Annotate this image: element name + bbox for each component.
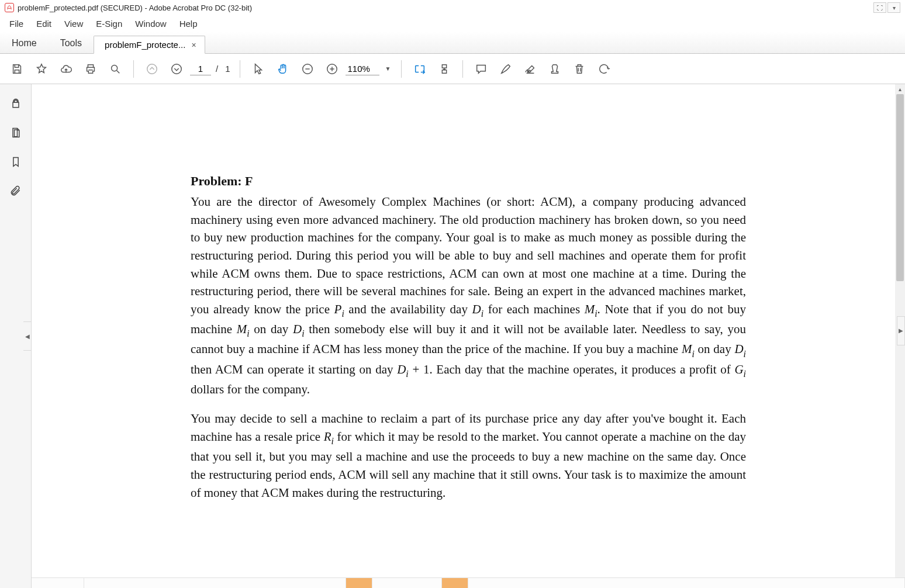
selection-arrow-icon[interactable]	[247, 58, 270, 80]
page-total: 1	[223, 64, 232, 74]
expand-right-pane-icon[interactable]: ▶	[897, 316, 905, 345]
lock-icon[interactable]	[7, 95, 25, 112]
window-controls: ⛶ ▾	[873, 2, 900, 13]
collapse-left-pane-icon[interactable]: ◀	[23, 321, 32, 351]
delete-icon[interactable]	[568, 58, 590, 80]
tab-document[interactable]: problemF_protecte... ×	[94, 36, 205, 54]
page-down-icon[interactable]	[165, 58, 188, 80]
main-toolbar: / 1 ▼	[0, 54, 905, 84]
menu-edit[interactable]: Edit	[30, 16, 57, 31]
sign-icon[interactable]	[519, 58, 541, 80]
stamp-icon[interactable]	[544, 58, 566, 80]
tab-close-button[interactable]: ×	[190, 41, 197, 49]
window-expand-icon[interactable]: ⛶	[873, 2, 886, 13]
bookmark-icon[interactable]	[7, 153, 25, 171]
svg-point-2	[172, 64, 182, 74]
toolbar-separator	[240, 60, 240, 78]
tab-home[interactable]: Home	[0, 33, 49, 53]
zoom-level-input[interactable]	[346, 63, 379, 75]
hand-tool-icon[interactable]	[272, 58, 294, 80]
page-up-icon[interactable]	[141, 58, 163, 80]
tab-tools[interactable]: Tools	[49, 33, 94, 53]
toolbar-separator	[462, 60, 463, 78]
page-separator: /	[213, 64, 220, 74]
cloud-upload-icon[interactable]	[55, 58, 77, 80]
scroll-up-icon[interactable]: ▴	[895, 84, 905, 94]
paragraph-1: You are the director of Awesomely Comple…	[191, 193, 746, 398]
attachment-icon[interactable]	[7, 182, 25, 200]
comment-icon[interactable]	[470, 58, 492, 80]
tab-document-label: problemF_protecte...	[105, 40, 185, 50]
menu-bar: File Edit View E-Sign Window Help	[0, 15, 905, 32]
highlight-icon[interactable]	[495, 58, 517, 80]
zoom-out-icon[interactable]	[296, 58, 319, 80]
rotate-icon[interactable]	[593, 58, 615, 80]
paragraph-2: You may decide to sell a machine to recl…	[191, 410, 746, 501]
zoom-in-icon[interactable]	[321, 58, 343, 80]
scroll-thumb[interactable]	[896, 94, 904, 281]
print-icon[interactable]	[80, 58, 102, 80]
acrobat-app-icon	[5, 3, 14, 12]
toolbar-separator	[133, 60, 134, 78]
navigation-pane: ◀	[0, 84, 32, 588]
toolbar-separator	[401, 60, 402, 78]
svg-point-1	[147, 64, 157, 74]
menu-file[interactable]: File	[4, 16, 29, 31]
thumbnails-icon[interactable]	[7, 124, 25, 141]
workspace: ◀ Problem: F You are the director of Awe…	[0, 84, 905, 588]
page-number-input[interactable]	[190, 63, 211, 75]
save-icon[interactable]	[6, 58, 28, 80]
menu-view[interactable]: View	[58, 16, 89, 31]
menu-help[interactable]: Help	[174, 16, 203, 31]
menu-esign[interactable]: E-Sign	[90, 16, 128, 31]
window-title-bar: problemF_protected.pdf (SECURED) - Adobe…	[0, 0, 905, 15]
problem-heading: Problem: F	[191, 172, 746, 191]
tab-strip: Home Tools problemF_protecte... ×	[0, 32, 905, 54]
fit-width-icon[interactable]	[409, 58, 431, 80]
scroll-mode-icon[interactable]	[433, 58, 455, 80]
pdf-page: Problem: F You are the director of Aweso…	[150, 84, 787, 537]
search-icon[interactable]	[104, 58, 126, 80]
menu-window[interactable]: Window	[129, 16, 172, 31]
star-icon[interactable]	[30, 58, 53, 80]
svg-point-0	[112, 65, 118, 71]
status-bar	[32, 577, 905, 588]
window-title: problemF_protected.pdf (SECURED) - Adobe…	[18, 4, 252, 12]
window-dropdown-icon[interactable]: ▾	[887, 2, 900, 13]
document-viewport[interactable]: Problem: F You are the director of Aweso…	[32, 84, 905, 588]
zoom-dropdown-icon[interactable]: ▼	[382, 65, 395, 72]
